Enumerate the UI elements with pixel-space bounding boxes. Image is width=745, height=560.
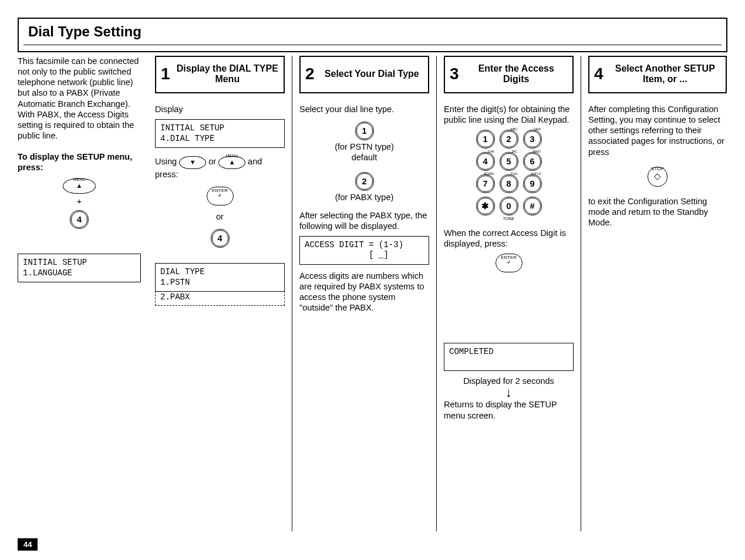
step-4-p1: After completing this Configuration Sett… (588, 104, 727, 157)
lcd-dial-type-options: DIAL TYPE 1.PSTN (155, 263, 285, 292)
step-1-column: 1 Display the DIAL TYPE Menu Display INI… (148, 56, 292, 531)
step-3-p2: When the correct Access Digit is display… (444, 228, 574, 249)
digit-4-key: 4 (70, 210, 89, 229)
key-3: 3DEF (523, 130, 542, 149)
menu-button-graphic: MENU▲ + 4 (18, 178, 141, 230)
key-9: 9WXYZ (523, 174, 542, 193)
lcd-initial-setup: INITIAL SETUP 1.LANGUAGE (18, 254, 141, 282)
step-1-display-label: Display (155, 104, 285, 114)
intro-prompt: To display the SETUP menu, press: (18, 151, 141, 173)
step-2-title: Select Your Dial Type (321, 69, 423, 79)
step-3-p1: Enter the digit(s) for obtaining the pub… (444, 104, 574, 125)
step-3-p4: Returns to display the SETUP menu screen… (444, 399, 574, 420)
intro-paragraph: This facsimile can be connected not only… (18, 56, 141, 141)
key-2: 2ABC (500, 130, 518, 149)
intro-column: This facsimile can be connected not only… (18, 56, 148, 531)
page-title: Dial Type Setting (28, 23, 719, 40)
lcd-dial-type-menu: INITIAL SETUP 4.DIAL TYPE (155, 119, 285, 148)
default-label: default (299, 152, 429, 163)
step-4-p2: to exit the Configuration Setting mode a… (588, 196, 727, 228)
step-2-p3: Access digits are numbers which are requ… (299, 271, 429, 313)
step-4-number: 4 (594, 66, 604, 82)
step-2-number: 2 (305, 66, 315, 82)
key-5: 5JKL (500, 152, 518, 171)
lcd-access-digit: ACCESS DIGIT = (1-3) [ _] (299, 236, 429, 265)
pstn-label: (for PSTN type) (299, 141, 429, 152)
step-1-number: 1 (161, 66, 170, 82)
lcd-completed: COMPLETED (444, 343, 574, 371)
key-0: 0 (500, 197, 518, 215)
arrow-down-icon: ↓ (444, 386, 574, 399)
key-1: 1 (476, 130, 495, 149)
manual-page: Dial Type Setting This facsimile can be … (0, 0, 745, 560)
stop-button: STOP◇ (648, 167, 668, 187)
step-1-header: 1 Display the DIAL TYPE Menu (155, 56, 285, 93)
step-3-number: 3 (450, 66, 459, 82)
step-2-header: 2 Select Your Dial Type (299, 56, 429, 93)
step-2-column: 2 Select Your Dial Type Select your dial… (292, 56, 437, 531)
step-3-title: Enter the Access Digits (465, 63, 568, 85)
key-8: 8TUV (500, 174, 518, 193)
key-hash: # (523, 197, 542, 215)
step-1-title: Display the DIAL TYPE Menu (176, 63, 279, 85)
key-2-graphic: 2 (for PABX type) (299, 171, 429, 203)
menu-down-button: ▼ (179, 156, 206, 169)
lcd-pabx-option: 2.PABX (155, 291, 285, 306)
step-4-title: Select Another SETUP Item, or ... (609, 63, 721, 85)
digit-4-key-2: 4 (155, 228, 285, 249)
menu-up-button-2: MENU▲ (218, 156, 245, 169)
plus-sign: + (18, 196, 141, 207)
enter-button-2: ENTER ↲ (495, 254, 522, 272)
key-1-graphic: 1 (for PSTN type) default (299, 120, 429, 163)
tone-label: TONE (444, 217, 574, 222)
step-4-column: 4 Select Another SETUP Item, or ... Afte… (581, 56, 727, 531)
page-number: 44 (18, 538, 38, 551)
using-line: Using ▼ or MENU▲ and (155, 156, 285, 169)
step-2-p1: Select your dial line type. (299, 104, 429, 114)
columns: This facsimile can be connected not only… (18, 56, 727, 531)
step-4-header: 4 Select Another SETUP Item, or ... (588, 56, 727, 93)
title-box: Dial Type Setting (18, 18, 727, 52)
or-label: or (155, 211, 285, 222)
step-2-p2: After selecting the PABX type, the follo… (299, 210, 429, 231)
enter-button-graphic: ENTER ↲ (155, 187, 285, 205)
step-3-header: 3 Enter the Access Digits (444, 56, 574, 93)
key-6: 6MNO (523, 152, 542, 171)
menu-up-button: MENU▲ (63, 178, 96, 194)
enter-button: ENTER ↲ (207, 187, 234, 205)
press-label: press: (155, 169, 285, 180)
enter-button-graphic-2: ENTER ↲ (444, 254, 574, 272)
key-star: ✱ (476, 197, 495, 215)
dial-keypad: 1 2ABC 3DEF 4GHI 5JKL 6MNO 7PQRS 8TUV 9W… (444, 129, 574, 222)
pabx-label: (for PABX type) (299, 192, 429, 203)
key-7: 7PQRS (476, 174, 495, 193)
step-3-column: 3 Enter the Access Digits Enter the digi… (437, 56, 581, 531)
key-4: 4GHI (476, 152, 495, 171)
stop-button-graphic: STOP◇ (588, 167, 727, 187)
